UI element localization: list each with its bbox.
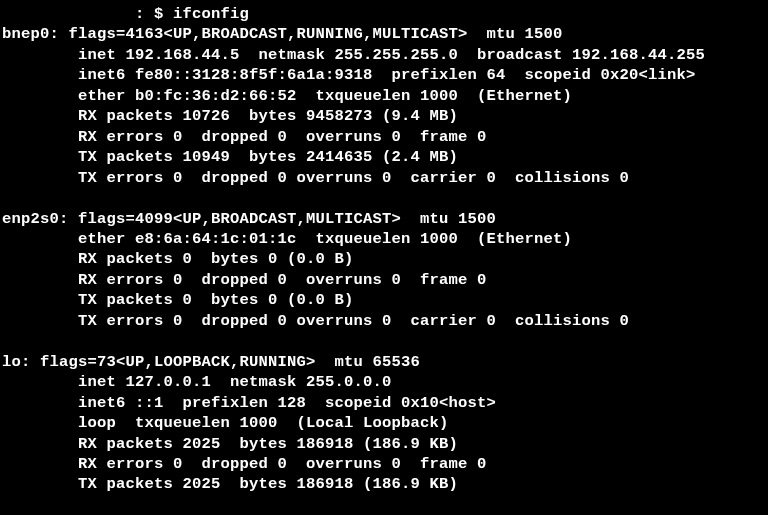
iface-header-bnep0: bnep0: flags=4163<UP,BROADCAST,RUNNING,M… <box>2 24 766 44</box>
iface-line: loop txqueuelen 1000 (Local Loopback) <box>2 413 766 433</box>
iface-header-lo: lo: flags=73<UP,LOOPBACK,RUNNING> mtu 65… <box>2 352 766 372</box>
iface-header-enp2s0: enp2s0: flags=4099<UP,BROADCAST,MULTICAS… <box>2 209 766 229</box>
iface-line: TX packets 2025 bytes 186918 (186.9 KB) <box>2 474 766 494</box>
iface-line: inet 127.0.0.1 netmask 255.0.0.0 <box>2 372 766 392</box>
prompt-command: ifconfig <box>173 5 249 23</box>
iface-line: TX packets 10949 bytes 2414635 (2.4 MB) <box>2 147 766 167</box>
blank-line <box>2 188 766 208</box>
prompt-prefix: : $ <box>2 5 173 23</box>
iface-line: TX packets 0 bytes 0 (0.0 B) <box>2 290 766 310</box>
iface-line: inet 192.168.44.5 netmask 255.255.255.0 … <box>2 45 766 65</box>
iface-line: ether b0:fc:36:d2:66:52 txqueuelen 1000 … <box>2 86 766 106</box>
iface-line: inet6 ::1 prefixlen 128 scopeid 0x10<hos… <box>2 393 766 413</box>
iface-line: RX errors 0 dropped 0 overruns 0 frame 0 <box>2 270 766 290</box>
iface-line: ether e8:6a:64:1c:01:1c txqueuelen 1000 … <box>2 229 766 249</box>
iface-line: RX packets 10726 bytes 9458273 (9.4 MB) <box>2 106 766 126</box>
iface-line: RX errors 0 dropped 0 overruns 0 frame 0 <box>2 454 766 474</box>
iface-line: RX errors 0 dropped 0 overruns 0 frame 0 <box>2 127 766 147</box>
iface-line: TX errors 0 dropped 0 overruns 0 carrier… <box>2 168 766 188</box>
prompt-line[interactable]: : $ ifconfig <box>2 4 766 24</box>
iface-line: RX packets 2025 bytes 186918 (186.9 KB) <box>2 434 766 454</box>
iface-line: inet6 fe80::3128:8f5f:6a1a:9318 prefixle… <box>2 65 766 85</box>
iface-line: TX errors 0 dropped 0 overruns 0 carrier… <box>2 311 766 331</box>
blank-line <box>2 331 766 351</box>
iface-line: RX packets 0 bytes 0 (0.0 B) <box>2 249 766 269</box>
